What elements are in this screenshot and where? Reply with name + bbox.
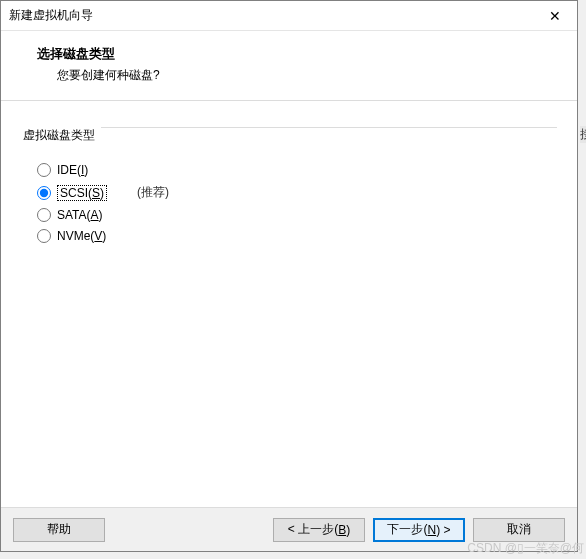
radio-sata-input[interactable] xyxy=(37,208,51,222)
page-title: 选择磁盘类型 xyxy=(37,45,561,63)
help-button[interactable]: 帮助 xyxy=(13,518,105,542)
close-icon[interactable]: ✕ xyxy=(535,2,575,30)
titlebar: 新建虚拟机向导 ✕ xyxy=(1,1,577,31)
watermark: CSDN @▯一笑奈@何 xyxy=(467,540,584,557)
radio-scsi[interactable]: SCSI(S) (推荐) xyxy=(37,184,557,201)
radio-ide-label: IDE(I) xyxy=(57,163,88,177)
radio-scsi-input[interactable] xyxy=(37,186,51,200)
radio-nvme[interactable]: NVMe(V) xyxy=(37,229,557,243)
radio-ide-input[interactable] xyxy=(37,163,51,177)
window-title: 新建虚拟机向导 xyxy=(9,7,535,24)
recommended-label: (推荐) xyxy=(137,184,169,201)
radio-sata-label: SATA(A) xyxy=(57,208,103,222)
next-button[interactable]: 下一步(N) > xyxy=(373,518,465,542)
radio-ide[interactable]: IDE(I) xyxy=(37,163,557,177)
disk-type-group: 虚拟磁盘类型 IDE(I) SCSI(S) (推荐) xyxy=(21,119,557,262)
radio-nvme-input[interactable] xyxy=(37,229,51,243)
wizard-window: 新建虚拟机向导 ✕ 选择磁盘类型 您要创建何种磁盘? 虚拟磁盘类型 IDE(I)… xyxy=(0,0,578,552)
back-button[interactable]: < 上一步(B) xyxy=(273,518,365,542)
group-title: 虚拟磁盘类型 xyxy=(21,127,101,144)
wizard-header: 选择磁盘类型 您要创建何种磁盘? xyxy=(1,31,577,101)
page-subtitle: 您要创建何种磁盘? xyxy=(37,67,561,84)
disk-type-options: IDE(I) SCSI(S) (推荐) SATA(A) xyxy=(21,144,557,243)
radio-scsi-label: SCSI(S) xyxy=(57,185,107,201)
cancel-button[interactable]: 取消 xyxy=(473,518,565,542)
cropped-edge-text: 接 xyxy=(580,126,586,143)
radio-sata[interactable]: SATA(A) xyxy=(37,208,557,222)
wizard-content: 虚拟磁盘类型 IDE(I) SCSI(S) (推荐) xyxy=(1,101,577,507)
radio-nvme-label: NVMe(V) xyxy=(57,229,106,243)
